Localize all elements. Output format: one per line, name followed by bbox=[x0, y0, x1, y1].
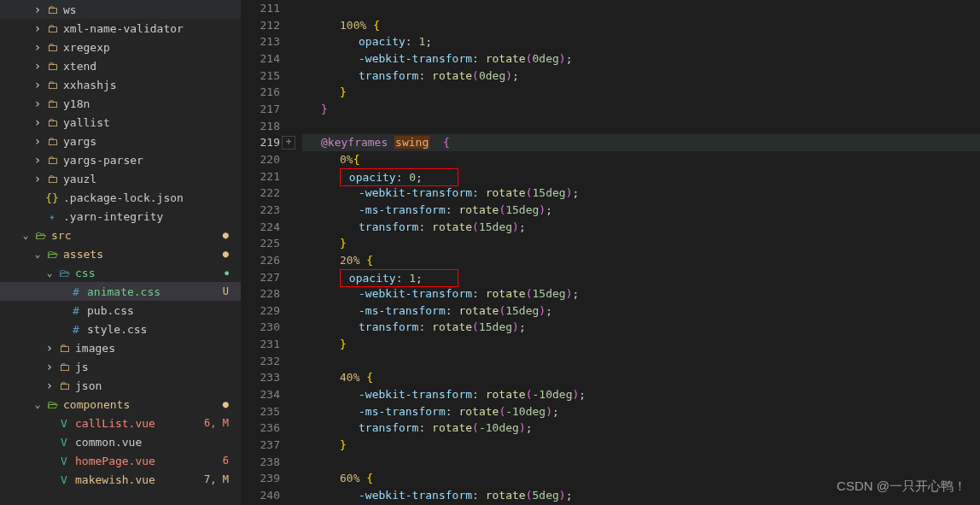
chevron-right-icon[interactable] bbox=[31, 3, 44, 16]
code-line[interactable]: 100% { bbox=[302, 17, 980, 34]
tree-item-ws[interactable]: 🗀ws bbox=[0, 0, 241, 19]
tree-item-label: makewish.vue bbox=[75, 473, 204, 486]
tree-item-label: yauzl bbox=[63, 173, 241, 185]
code-editor[interactable]: 2112122132142152162172182192202212222232… bbox=[241, 0, 980, 505]
tree-item-homepage-vue[interactable]: VhomePage.vue6 bbox=[0, 451, 241, 470]
tree-item-label: xtend bbox=[63, 60, 241, 73]
folder-open-icon: 🗁 bbox=[32, 229, 48, 242]
code-line[interactable]: -ms-transform: rotate(15deg); bbox=[302, 302, 980, 320]
tree-item-src[interactable]: 🗁src● bbox=[0, 226, 241, 244]
tree-item-yauzl[interactable]: 🗀yauzl bbox=[0, 169, 241, 188]
line-number: 239 bbox=[241, 470, 280, 487]
folder-icon: 🗀 bbox=[56, 361, 72, 373]
tree-item-makewish-vue[interactable]: Vmakewish.vue7, M bbox=[0, 470, 241, 489]
line-number: 213 bbox=[241, 33, 280, 50]
code-line[interactable]: -webkit-transform: rotate(15deg); bbox=[302, 285, 980, 302]
code-line[interactable]: opacity: 1; bbox=[302, 269, 980, 286]
chevron-right-icon[interactable] bbox=[31, 115, 44, 129]
tree-item-calllist-vue[interactable]: VcallList.vue6, M bbox=[0, 414, 241, 432]
code-line[interactable]: transform: rotate(15deg); bbox=[302, 219, 980, 236]
folder-icon: 🗀 bbox=[56, 342, 72, 355]
code-line[interactable]: -ms-transform: rotate(-10deg); bbox=[302, 403, 980, 420]
tree-item-css[interactable]: 🗁css● bbox=[0, 263, 241, 282]
chevron-right-icon[interactable] bbox=[31, 78, 44, 91]
code-line[interactable]: } bbox=[302, 336, 980, 353]
chevron-right-icon[interactable] bbox=[31, 134, 44, 148]
tree-item-label: .package-lock.json bbox=[63, 191, 241, 204]
line-number: 214 bbox=[241, 50, 280, 68]
line-number: 223 bbox=[241, 202, 280, 219]
code-line[interactable] bbox=[302, 0, 980, 17]
tree-item-style-css[interactable]: #style.css bbox=[0, 320, 241, 338]
code-line[interactable]: } bbox=[302, 101, 980, 118]
line-number: 224 bbox=[241, 219, 280, 236]
tree-item-label: y18n bbox=[63, 97, 241, 110]
chevron-right-icon[interactable] bbox=[31, 21, 44, 35]
code-line[interactable]: 40% { bbox=[302, 369, 980, 386]
chevron-right-icon[interactable] bbox=[31, 40, 44, 54]
line-number: 230 bbox=[241, 319, 280, 336]
code-line[interactable]: opacity: 1; bbox=[302, 33, 980, 50]
line-number: 217 bbox=[241, 101, 280, 118]
tree-item-yargs-parser[interactable]: 🗀yargs-parser bbox=[0, 150, 241, 169]
code-line[interactable]: -ms-transform: rotate(15deg); bbox=[302, 202, 980, 219]
code-line[interactable]: opacity: 0; bbox=[302, 168, 980, 185]
code-line[interactable]: } bbox=[302, 235, 980, 252]
tree-item-yargs[interactable]: 🗀yargs bbox=[0, 132, 241, 150]
tree-item-images[interactable]: 🗀images bbox=[0, 338, 241, 357]
tree-item--package-lock-json[interactable]: {}.package-lock.json bbox=[0, 188, 241, 207]
code-line[interactable]: -webkit-transform: rotate(0deg); bbox=[302, 50, 980, 68]
code-line[interactable]: transform: rotate(15deg); bbox=[302, 319, 980, 336]
code-line[interactable]: @keyframes swing { bbox=[302, 134, 980, 151]
tree-item-common-vue[interactable]: Vcommon.vue bbox=[0, 432, 241, 451]
chevron-down-icon[interactable] bbox=[43, 267, 56, 279]
code-line[interactable]: } bbox=[302, 437, 980, 454]
code-line[interactable]: 0%{ bbox=[302, 151, 980, 168]
code-line[interactable]: transform: rotate(0deg); bbox=[302, 68, 980, 85]
chevron-down-icon[interactable] bbox=[19, 230, 32, 241]
tree-item-yallist[interactable]: 🗀yallist bbox=[0, 113, 241, 132]
tree-item-y18n[interactable]: 🗀y18n bbox=[0, 94, 241, 113]
line-number: 225 bbox=[241, 235, 280, 252]
tree-item-assets[interactable]: 🗁assets● bbox=[0, 244, 241, 263]
tree-item-pub-css[interactable]: #pub.css bbox=[0, 301, 241, 320]
code-line[interactable]: -webkit-transform: rotate(-10deg); bbox=[302, 386, 980, 403]
folder-icon: 🗀 bbox=[44, 22, 60, 35]
tree-item-label: yallist bbox=[63, 116, 241, 129]
chevron-right-icon[interactable] bbox=[43, 341, 56, 355]
chevron-right-icon[interactable] bbox=[31, 172, 44, 185]
code-line[interactable]: transform: rotate(-10deg); bbox=[302, 420, 980, 437]
code-line[interactable]: -webkit-transform: rotate(15deg); bbox=[302, 185, 980, 202]
code-line[interactable] bbox=[302, 353, 980, 370]
chevron-right-icon[interactable] bbox=[43, 360, 56, 373]
tree-item-xxhashjs[interactable]: 🗀xxhashjs bbox=[0, 75, 241, 94]
yarn-file-icon: ✦ bbox=[44, 210, 60, 223]
chevron-right-icon[interactable] bbox=[43, 379, 56, 392]
chevron-right-icon[interactable] bbox=[31, 97, 44, 110]
line-number: 236 bbox=[241, 420, 280, 437]
chevron-right-icon[interactable] bbox=[31, 153, 44, 167]
line-number: 234 bbox=[241, 386, 280, 403]
chevron-down-icon[interactable] bbox=[31, 249, 44, 260]
file-explorer[interactable]: 🗀ws🗀xml-name-validator🗀xregexp🗀xtend🗀xxh… bbox=[0, 0, 241, 505]
tree-item-xregexp[interactable]: 🗀xregexp bbox=[0, 38, 241, 56]
tree-item-label: css bbox=[75, 267, 225, 279]
tree-item--yarn-integrity[interactable]: ✦.yarn-integrity bbox=[0, 207, 241, 226]
line-number: 238 bbox=[241, 454, 280, 471]
tree-item-xml-name-validator[interactable]: 🗀xml-name-validator bbox=[0, 19, 241, 38]
code-line[interactable]: 20% { bbox=[302, 252, 980, 269]
tree-item-json[interactable]: 🗀json bbox=[0, 376, 241, 395]
code-line[interactable]: -webkit-transform: rotate(5deg); bbox=[302, 487, 980, 504]
chevron-right-icon[interactable] bbox=[31, 59, 44, 73]
chevron-down-icon[interactable] bbox=[31, 399, 44, 410]
tree-item-js[interactable]: 🗀js bbox=[0, 357, 241, 376]
tree-item-xtend[interactable]: 🗀xtend bbox=[0, 56, 241, 75]
code-line[interactable] bbox=[302, 454, 980, 471]
code-line[interactable] bbox=[302, 118, 980, 135]
tree-item-animate-css[interactable]: #animate.cssU bbox=[0, 282, 241, 301]
folder-icon: 🗀 bbox=[44, 154, 60, 167]
code-content[interactable]: 100% {opacity: 1;-webkit-transform: rota… bbox=[299, 0, 980, 505]
tree-item-components[interactable]: 🗁components● bbox=[0, 395, 241, 414]
code-line[interactable]: } bbox=[302, 84, 980, 101]
code-line[interactable]: 60% { bbox=[302, 470, 980, 487]
